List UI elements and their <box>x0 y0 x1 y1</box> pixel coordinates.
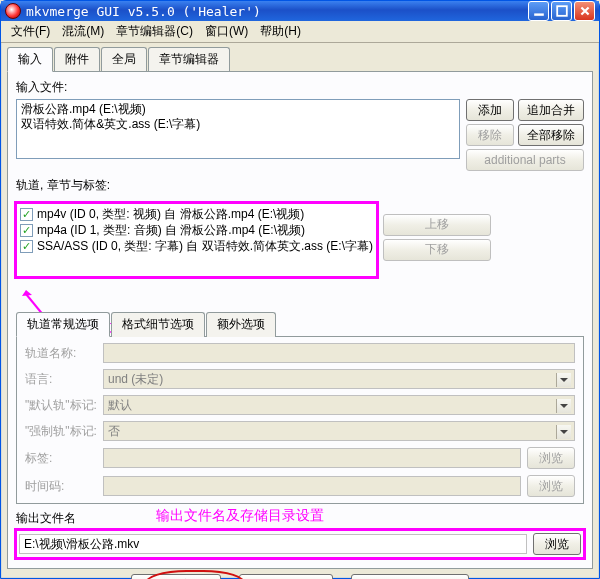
subtab-panel-general: 轨道名称: 语言: und (未定) "默认轨"标记: 默认 "强制轨"标记: … <box>16 336 584 504</box>
menu-window[interactable]: 窗口(W) <box>199 21 254 42</box>
chevron-down-icon <box>560 404 568 408</box>
output-file-label: 输出文件名 <box>16 510 76 527</box>
menu-mux[interactable]: 混流(M) <box>56 21 110 42</box>
chevron-down-icon <box>560 378 568 382</box>
default-flag-select[interactable]: 默认 <box>103 395 575 415</box>
subtab-general[interactable]: 轨道常规选项 <box>16 312 110 337</box>
default-flag-label: "默认轨"标记: <box>25 397 97 414</box>
close-button[interactable] <box>574 1 595 21</box>
timecodes-label: 时间码: <box>25 478 97 495</box>
tracks-label: 轨道, 章节与标签: <box>16 177 584 194</box>
annotation-output-hint: 输出文件名及存储目录设置 <box>156 507 324 525</box>
titlebar: mkvmerge GUI v5.5.0 ('Healer') <box>1 1 599 21</box>
bottom-button-bar: 开始混流(R) 复制命令行(C) 添加到任务队列(A) <box>7 569 593 579</box>
close-icon <box>579 5 591 17</box>
maximize-icon <box>556 5 568 17</box>
svg-rect-1 <box>557 6 567 16</box>
track-text: mp4v (ID 0, 类型: 视频) 自 滑板公路.mp4 (E:\视频) <box>37 206 304 222</box>
menubar: 文件(F) 混流(M) 章节编辑器(C) 窗口(W) 帮助(H) <box>1 21 599 43</box>
main-tabs: 输入 附件 全局 章节编辑器 <box>7 46 593 71</box>
language-select[interactable]: und (未定) <box>103 369 575 389</box>
add-to-queue-button[interactable]: 添加到任务队列(A) <box>351 574 469 579</box>
track-name-input[interactable] <box>103 343 575 363</box>
track-text: mp4a (ID 1, 类型: 音频) 自 滑板公路.mp4 (E:\视频) <box>37 222 305 238</box>
svg-rect-0 <box>534 13 544 15</box>
tab-attachments[interactable]: 附件 <box>54 47 100 72</box>
input-file-buttons: 添加 追加合并 移除 全部移除 additional parts <box>466 99 584 171</box>
track-item[interactable]: ✓ SSA/ASS (ID 0, 类型: 字幕) 自 双语特效.简体英文.ass… <box>20 238 373 254</box>
minimize-icon <box>533 5 545 17</box>
minimize-button[interactable] <box>528 1 549 21</box>
track-checkbox[interactable]: ✓ <box>20 208 33 221</box>
subtab-format[interactable]: 格式细节选项 <box>111 312 205 337</box>
track-item[interactable]: ✓ mp4a (ID 1, 类型: 音频) 自 滑板公路.mp4 (E:\视频) <box>20 222 373 238</box>
input-file-item[interactable]: 双语特效.简体&英文.ass (E:\字幕) <box>21 117 455 132</box>
tags-browse-button[interactable]: 浏览 <box>527 447 575 469</box>
input-files-label: 输入文件: <box>16 79 584 96</box>
maximize-button[interactable] <box>551 1 572 21</box>
window-title: mkvmerge GUI v5.5.0 ('Healer') <box>26 4 528 19</box>
remove-button[interactable]: 移除 <box>466 124 514 146</box>
tab-panel-input: 输入文件: 滑板公路.mp4 (E:\视频) 双语特效.简体&英文.ass (E… <box>7 71 593 569</box>
additional-parts-button[interactable]: additional parts <box>466 149 584 171</box>
menu-file[interactable]: 文件(F) <box>5 21 56 42</box>
track-text: SSA/ASS (ID 0, 类型: 字幕) 自 双语特效.简体英文.ass (… <box>37 238 373 254</box>
tags-input[interactable] <box>103 448 521 468</box>
language-label: 语言: <box>25 371 97 388</box>
forced-flag-select[interactable]: 否 <box>103 421 575 441</box>
tab-chapter-editor[interactable]: 章节编辑器 <box>148 47 230 72</box>
timecodes-browse-button[interactable]: 浏览 <box>527 475 575 497</box>
copy-commandline-button[interactable]: 复制命令行(C) <box>239 574 334 579</box>
tab-global[interactable]: 全局 <box>101 47 147 72</box>
move-up-button[interactable]: 上移 <box>383 214 491 236</box>
track-checkbox[interactable]: ✓ <box>20 224 33 237</box>
subtab-extra[interactable]: 额外选项 <box>206 312 276 337</box>
tags-label: 标签: <box>25 450 97 467</box>
track-checkbox[interactable]: ✓ <box>20 240 33 253</box>
forced-flag-label: "强制轨"标记: <box>25 423 97 440</box>
move-down-button[interactable]: 下移 <box>383 239 491 261</box>
add-button[interactable]: 添加 <box>466 99 514 121</box>
menu-chapter-editor[interactable]: 章节编辑器(C) <box>110 21 199 42</box>
sub-tabs: 轨道常规选项 格式细节选项 额外选项 <box>16 311 584 336</box>
track-name-label: 轨道名称: <box>25 345 97 362</box>
tracks-list[interactable]: ✓ mp4v (ID 0, 类型: 视频) 自 滑板公路.mp4 (E:\视频)… <box>16 203 377 277</box>
timecodes-input[interactable] <box>103 476 521 496</box>
content-area: 输入 附件 全局 章节编辑器 输入文件: 滑板公路.mp4 (E:\视频) 双语… <box>1 43 599 579</box>
input-file-item[interactable]: 滑板公路.mp4 (E:\视频) <box>21 102 455 117</box>
track-move-buttons: 上移 下移 <box>383 197 491 277</box>
input-files-list[interactable]: 滑板公路.mp4 (E:\视频) 双语特效.简体&英文.ass (E:\字幕) <box>16 99 460 159</box>
tab-input[interactable]: 输入 <box>7 47 53 72</box>
menu-help[interactable]: 帮助(H) <box>254 21 307 42</box>
append-button[interactable]: 追加合并 <box>518 99 584 121</box>
chevron-down-icon <box>560 430 568 434</box>
output-browse-button[interactable]: 浏览 <box>533 533 581 555</box>
remove-all-button[interactable]: 全部移除 <box>518 124 584 146</box>
output-file-input[interactable]: E:\视频\滑板公路.mkv <box>19 534 527 554</box>
start-mux-button[interactable]: 开始混流(R) <box>131 574 221 579</box>
app-icon <box>5 3 21 19</box>
track-item[interactable]: ✓ mp4v (ID 0, 类型: 视频) 自 滑板公路.mp4 (E:\视频) <box>20 206 373 222</box>
app-window: mkvmerge GUI v5.5.0 ('Healer') 文件(F) 混流(… <box>0 0 600 579</box>
